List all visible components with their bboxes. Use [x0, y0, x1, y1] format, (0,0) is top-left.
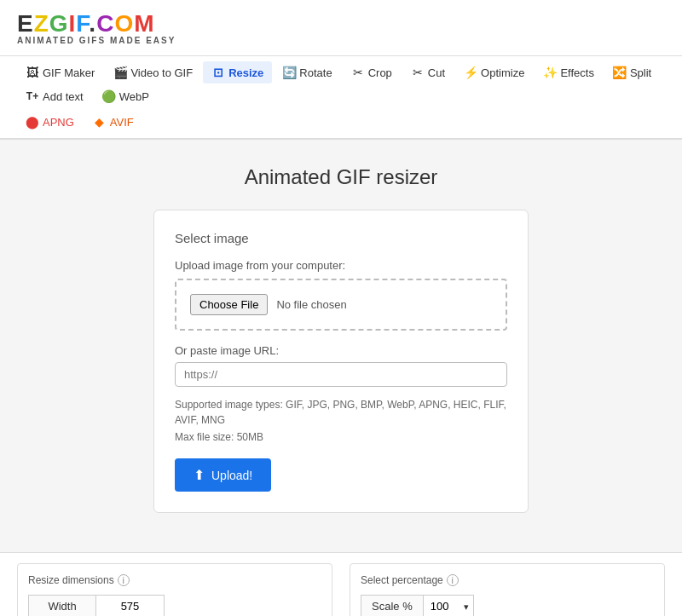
effects-icon: ✨: [543, 66, 557, 79]
bottom-section: Resize dimensions i Width Height Select …: [0, 552, 682, 616]
webp-icon: 🟢: [102, 89, 116, 103]
scale-row: Scale % 25 33 50 66 75 100 125 150 200: [361, 595, 654, 616]
max-size-text: Max file size: 50MB: [175, 431, 507, 443]
nav-crop[interactable]: ✂ Crop: [343, 61, 401, 83]
scale-info-icon: i: [447, 574, 459, 586]
upload-button[interactable]: ⬆ Upload!: [175, 458, 271, 492]
width-label: Width: [28, 595, 96, 616]
logo-subtitle: ANIMATED GIFS MADE EASY: [17, 36, 665, 45]
nav-gif-maker[interactable]: 🖼 GIF Maker: [17, 61, 103, 83]
upload-label: Upload image from your computer:: [175, 259, 507, 272]
width-row: Width: [28, 595, 321, 616]
video-to-gif-icon: 🎬: [113, 66, 127, 79]
nav-effects[interactable]: ✨ Effects: [535, 61, 603, 83]
file-input-area: Choose File No file chosen: [175, 279, 507, 331]
optimize-icon: ⚡: [464, 66, 477, 79]
nav-rotate[interactable]: 🔄 Rotate: [274, 61, 340, 83]
cut-icon: ✂: [411, 66, 425, 79]
rotate-icon: 🔄: [282, 66, 296, 79]
supported-types-text: Supported image types: GIF, JPG, PNG, BM…: [175, 397, 507, 428]
avif-icon: ◆: [93, 115, 107, 129]
nav-video-to-gif[interactable]: 🎬 Video to GIF: [105, 61, 201, 83]
gif-maker-icon: 🖼: [26, 66, 39, 79]
nav-split[interactable]: 🔀 Split: [604, 61, 660, 83]
navigation: 🖼 GIF Maker 🎬 Video to GIF ⊡ Resize 🔄 Ro…: [0, 56, 682, 140]
width-input[interactable]: [96, 595, 165, 616]
url-label: Or paste image URL:: [175, 344, 507, 357]
scale-select[interactable]: 25 33 50 66 75 100 125 150 200: [424, 595, 474, 616]
nav-cut[interactable]: ✂ Cut: [402, 61, 454, 83]
card-section-title: Select image: [175, 231, 507, 245]
info-icon: i: [118, 574, 130, 586]
scale-title: Select percentage i: [361, 574, 654, 586]
nav-apng[interactable]: ⬤ APNG: [17, 111, 83, 133]
upload-icon: ⬆: [194, 467, 205, 483]
page-title: Animated GIF resizer: [17, 165, 665, 189]
url-input[interactable]: [175, 362, 507, 387]
crop-icon: ✂: [351, 66, 365, 79]
header: EZGIF.COM ANIMATED GIFS MADE EASY: [0, 0, 682, 56]
nav-optimize[interactable]: ⚡ Optimize: [455, 61, 533, 83]
resize-icon: ⊡: [211, 66, 225, 79]
logo: EZGIF.COM ANIMATED GIFS MADE EASY: [17, 10, 665, 45]
no-file-text: No file chosen: [276, 298, 346, 311]
nav-add-text[interactable]: T+ Add text: [17, 85, 92, 107]
nav-resize[interactable]: ⊡ Resize: [203, 61, 272, 83]
add-text-icon: T+: [26, 89, 39, 103]
choose-file-button[interactable]: Choose File: [190, 294, 268, 315]
nav-avif[interactable]: ◆ AVIF: [84, 111, 142, 133]
nav-webp[interactable]: 🟢 WebP: [94, 85, 158, 107]
apng-icon: ⬤: [26, 115, 39, 129]
dimensions-title: Resize dimensions i: [28, 574, 321, 586]
main-content: Animated GIF resizer Select image Upload…: [0, 140, 682, 538]
scale-box: Select percentage i Scale % 25 33 50 66 …: [350, 563, 665, 616]
dimensions-box: Resize dimensions i Width Height: [17, 563, 332, 616]
select-image-card: Select image Upload image from your comp…: [153, 210, 529, 513]
scale-label: Scale %: [361, 595, 424, 616]
logo-text: EZGIF.COM: [17, 10, 665, 37]
scale-select-wrapper: 25 33 50 66 75 100 125 150 200: [424, 595, 474, 616]
split-icon: 🔀: [613, 66, 627, 79]
